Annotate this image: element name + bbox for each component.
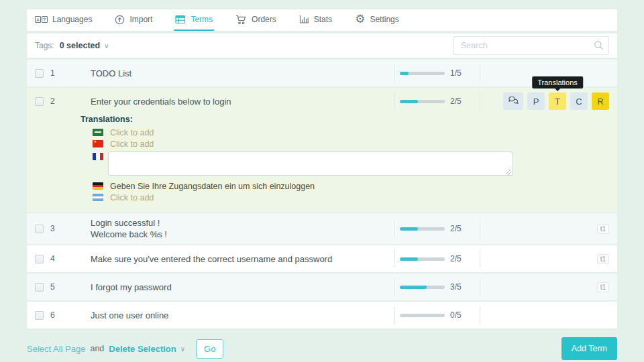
- translations-button[interactable]: T Translations: [549, 93, 566, 110]
- actions-cell: t1: [480, 254, 609, 264]
- progress-cell: 2/5: [395, 254, 480, 263]
- nav-label: Stats: [314, 15, 332, 24]
- progress-bar: [400, 314, 445, 317]
- plural-button[interactable]: P: [527, 93, 545, 110]
- top-navbar: A文 Languages Import Terms Orders: [27, 9, 617, 31]
- nav-item-settings[interactable]: ⚙ Settings: [354, 9, 400, 31]
- progress-bar: [400, 72, 445, 75]
- progress-label: 2/5: [450, 97, 462, 106]
- term-text[interactable]: Login successful ! Welcome back %s !: [91, 213, 394, 244]
- nav-item-terms[interactable]: Terms: [174, 9, 214, 31]
- click-to-add[interactable]: Click to add: [108, 139, 156, 149]
- row-number: 3: [50, 224, 64, 233]
- row-checkbox[interactable]: [35, 311, 44, 320]
- term-text[interactable]: Make sure you've entered the correct use…: [91, 249, 394, 269]
- progress-cell: 2/5: [395, 224, 480, 233]
- resize-handle-icon[interactable]: [506, 170, 511, 175]
- chevron-down-icon[interactable]: ∨: [104, 42, 109, 50]
- tags-label: Tags:: [35, 41, 54, 50]
- import-icon: [115, 15, 125, 25]
- table-row-expanded: 2 Enter your credentials below to login …: [27, 88, 617, 212]
- progress-label: 2/5: [450, 224, 462, 233]
- translation-entry: Click to add: [93, 139, 609, 149]
- row-actions: P T Translations C R: [480, 93, 609, 110]
- nav-label: Orders: [252, 15, 276, 24]
- row-checkbox[interactable]: [35, 255, 44, 263]
- comments-button[interactable]: [503, 93, 523, 110]
- row-number: 1: [50, 68, 64, 78]
- translation-entry-editing: [93, 152, 609, 178]
- row-number: 4: [50, 254, 64, 263]
- progress-bar: [400, 227, 445, 231]
- go-button[interactable]: Go: [196, 339, 223, 359]
- france-flag-icon: [93, 153, 103, 160]
- app-page: A文 Languages Import Terms Orders: [0, 0, 644, 360]
- term-line-2: Welcome back %s !: [91, 229, 394, 240]
- progress-bar: [400, 100, 445, 103]
- tags-dropdown[interactable]: 0 selected: [60, 41, 100, 50]
- nav-item-orders[interactable]: Orders: [234, 9, 278, 31]
- nav-item-languages[interactable]: A文 Languages: [34, 9, 93, 31]
- translation-entry: Click to add: [93, 127, 609, 137]
- progress-cell: 1/5: [395, 68, 480, 78]
- tag-badge[interactable]: t1: [597, 254, 609, 264]
- add-term-button[interactable]: Add Term: [561, 337, 617, 360]
- translations-button-label: T: [555, 97, 560, 107]
- argentina-flag-icon: [93, 194, 103, 201]
- click-to-add[interactable]: Click to add: [108, 193, 156, 202]
- nav-item-import[interactable]: Import: [113, 9, 154, 31]
- progress-cell: 0/5: [395, 310, 480, 320]
- footer-bar: Select All Page and Delete Selection ∨ G…: [27, 337, 617, 360]
- actions-cell: t1: [480, 282, 609, 292]
- nav-item-stats[interactable]: Stats: [298, 9, 333, 31]
- table-row: 5 I forgot my password 3/5 t1: [27, 274, 617, 300]
- row-checkbox[interactable]: [35, 97, 44, 106]
- table-row: 3 Login successful ! Welcome back %s ! 2…: [27, 213, 617, 244]
- delete-selection-dropdown[interactable]: Delete Selection: [109, 344, 176, 354]
- term-text[interactable]: TODO List: [91, 64, 394, 83]
- search-icon[interactable]: [594, 40, 604, 53]
- languages-icon: A文: [35, 16, 48, 23]
- translation-text[interactable]: Geben Sie Ihre Zugangsdaten ein um sich …: [108, 182, 317, 191]
- gear-icon: ⚙: [355, 15, 365, 24]
- term-text[interactable]: Just one user online: [91, 306, 394, 325]
- column-divider: [480, 306, 480, 324]
- progress-bar: [400, 257, 445, 261]
- context-button[interactable]: C: [570, 93, 588, 110]
- progress-cell: 3/5: [395, 282, 480, 292]
- translation-textarea[interactable]: [108, 152, 513, 176]
- tag-badge[interactable]: t1: [597, 224, 609, 234]
- nav-label: Import: [129, 15, 152, 24]
- search-input[interactable]: [453, 36, 609, 55]
- row-checkbox[interactable]: [35, 283, 44, 292]
- filter-toolbar: Tags: 0 selected ∨: [27, 34, 617, 58]
- term-text[interactable]: Enter your credentials below to login: [91, 92, 394, 111]
- translations-panel: Translations: Click to add Click to add: [80, 115, 617, 212]
- progress-cell: 2/5: [395, 97, 480, 106]
- click-to-add[interactable]: Click to add: [108, 128, 156, 137]
- nav-label: Terms: [191, 15, 213, 24]
- chevron-down-icon[interactable]: ∨: [180, 345, 185, 353]
- row-checkbox[interactable]: [35, 69, 44, 78]
- translations-tooltip: Translations: [532, 76, 583, 88]
- germany-flag-icon: [93, 182, 103, 190]
- saudi-arabia-flag-icon: [93, 129, 103, 136]
- term-line-1: Login successful !: [91, 217, 394, 229]
- row-checkbox[interactable]: [35, 225, 44, 233]
- select-all-page-link[interactable]: Select All Page: [27, 344, 85, 354]
- and-label: and: [90, 344, 104, 353]
- term-text[interactable]: I forgot my password: [91, 278, 394, 297]
- row-number: 6: [50, 310, 64, 320]
- nav-label: Languages: [52, 15, 92, 24]
- translation-entry: Click to add: [93, 192, 609, 202]
- progress-label: 0/5: [450, 310, 462, 320]
- actions-cell: t1: [480, 224, 609, 234]
- terms-table: 1 TODO List 1/5 2 Enter your credentials…: [27, 60, 617, 328]
- progress-label: 1/5: [450, 68, 462, 78]
- table-row: 4 Make sure you've entered the correct u…: [27, 245, 617, 272]
- cart-icon: [235, 15, 247, 25]
- translations-header: Translations:: [80, 115, 609, 124]
- reference-button[interactable]: R: [592, 93, 609, 110]
- tag-badge[interactable]: t1: [597, 282, 609, 292]
- chat-bubbles-icon: [507, 97, 519, 106]
